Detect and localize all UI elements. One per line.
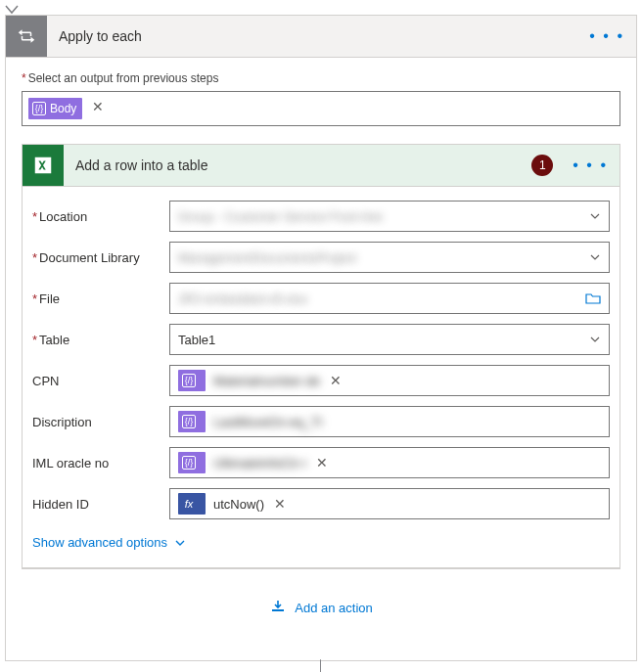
discription-input[interactable]: {/} LastMoveOn-eq_TI bbox=[169, 406, 610, 437]
add-row-header[interactable]: Add a row into a table 1 • • • bbox=[23, 145, 619, 186]
iml-token-remove[interactable]: ✕ bbox=[316, 455, 328, 470]
field-row-file: *File JR3 embedded-cft.xlsx bbox=[32, 283, 610, 314]
add-action-button[interactable]: Add an action bbox=[269, 599, 373, 616]
select-output-label: *Select an output from previous steps bbox=[22, 71, 620, 85]
field-row-location: *Location Group - Customer Service Front… bbox=[32, 201, 610, 232]
dynamic-content-icon: {/} bbox=[182, 374, 196, 387]
iml-token[interactable]: {/} bbox=[178, 452, 206, 473]
hidden-id-input[interactable]: fx utcNow() ✕ bbox=[169, 488, 610, 519]
location-label: *Location bbox=[32, 209, 169, 224]
error-badge[interactable]: 1 bbox=[531, 155, 553, 176]
connector-bottom: │ bbox=[5, 661, 637, 672]
apply-to-each-title: Apply to each bbox=[47, 28, 577, 44]
field-row-cpn: CPN {/} Materialnumber-de ✕ bbox=[32, 365, 610, 396]
iml-input[interactable]: {/} UltimateInfoCtr-r ✕ bbox=[169, 447, 610, 478]
add-row-title: Add a row into a table bbox=[64, 157, 531, 173]
discription-label: Discription bbox=[32, 415, 169, 429]
excel-icon bbox=[23, 145, 64, 186]
iml-label: IML oracle no bbox=[32, 456, 169, 470]
add-row-card: Add a row into a table 1 • • • *Location… bbox=[22, 144, 620, 568]
field-row-hidden-id: Hidden ID fx utcNow() ✕ bbox=[32, 488, 610, 519]
location-select[interactable]: Group - Customer Service Front line bbox=[169, 201, 610, 232]
select-output-input[interactable]: {/} Body ✕ bbox=[22, 91, 620, 126]
file-picker[interactable]: JR3 embedded-cft.xlsx bbox=[169, 283, 610, 314]
loop-icon bbox=[6, 16, 47, 57]
fx-icon: fx bbox=[182, 497, 196, 511]
field-row-doclib: *Document Library ManagementDocumentsPro… bbox=[32, 242, 610, 273]
show-advanced-options[interactable]: Show advanced options bbox=[32, 529, 186, 560]
add-row-fields: *Location Group - Customer Service Front… bbox=[23, 186, 619, 567]
dynamic-content-icon: {/} bbox=[182, 415, 196, 428]
body-token[interactable]: {/} Body bbox=[28, 98, 82, 119]
apply-to-each-body: *Select an output from previous steps {/… bbox=[6, 57, 636, 660]
doclib-label: *Document Library bbox=[32, 250, 169, 265]
add-action-area: Add an action bbox=[22, 568, 620, 643]
connector-top bbox=[5, 5, 637, 15]
add-row-menu[interactable]: • • • bbox=[561, 157, 619, 174]
svg-rect-1 bbox=[272, 609, 284, 611]
discription-token[interactable]: {/} bbox=[178, 411, 206, 432]
hidden-id-token-remove[interactable]: ✕ bbox=[274, 496, 286, 512]
cpn-label: CPN bbox=[32, 374, 169, 388]
dynamic-content-icon: {/} bbox=[182, 456, 196, 470]
table-label: *Table bbox=[32, 333, 169, 347]
cpn-token[interactable]: {/} bbox=[178, 370, 206, 391]
doclib-select[interactable]: ManagementDocumentsProject bbox=[169, 242, 610, 273]
file-label: *File bbox=[32, 291, 169, 306]
table-select[interactable]: Table1 bbox=[169, 324, 610, 355]
chevron-down-icon bbox=[589, 251, 601, 263]
field-row-discription: Discription {/} LastMoveOn-eq_TI bbox=[32, 406, 610, 437]
apply-to-each-header[interactable]: Apply to each • • • bbox=[6, 16, 636, 57]
chevron-down-icon bbox=[174, 537, 186, 549]
folder-icon[interactable] bbox=[585, 291, 601, 305]
cpn-input[interactable]: {/} Materialnumber-de ✕ bbox=[169, 365, 610, 396]
hidden-id-label: Hidden ID bbox=[32, 497, 169, 512]
dynamic-content-icon: {/} bbox=[32, 102, 46, 115]
field-row-table: *Table Table1 bbox=[32, 324, 610, 355]
chevron-down-icon bbox=[589, 210, 601, 222]
apply-to-each-menu[interactable]: • • • bbox=[577, 27, 636, 45]
field-row-iml: IML oracle no {/} UltimateInfoCtr-r ✕ bbox=[32, 447, 610, 478]
add-action-icon bbox=[269, 599, 287, 616]
chevron-down-icon bbox=[589, 334, 601, 345]
body-token-remove[interactable]: ✕ bbox=[92, 99, 104, 114]
cpn-token-remove[interactable]: ✕ bbox=[330, 373, 342, 388]
apply-to-each-card: Apply to each • • • *Select an output fr… bbox=[5, 15, 637, 661]
fx-token[interactable]: fx bbox=[178, 493, 206, 515]
